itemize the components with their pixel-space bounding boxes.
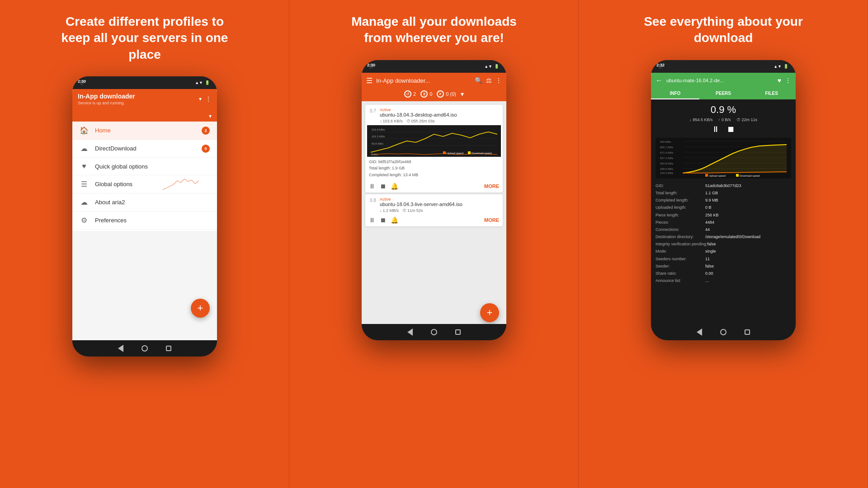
back-button-1[interactable] <box>118 345 123 352</box>
more-icon[interactable]: ⋮ <box>205 95 212 103</box>
tab-peers[interactable]: PEERS <box>699 88 748 99</box>
recents-button-3[interactable] <box>745 329 750 335</box>
wifi-icon: ▲▼ <box>195 80 203 85</box>
panel-1: Create different profiles to keep all yo… <box>0 0 289 488</box>
sidebar-item-about[interactable]: ☁ About aria2 <box>72 193 217 211</box>
downloads-list: 0.7 Active ubuntu-18.04.3-desktop-amd64.… <box>362 101 506 301</box>
more-button-2[interactable]: MORE <box>484 217 499 223</box>
paused-count: 0 <box>429 91 432 97</box>
detail-info-table: GID: 51adc8ab3b077d23 Total length: 1.1 … <box>656 182 791 285</box>
sidebar-item-preferences[interactable]: ⚙ Preferences <box>72 211 217 230</box>
completed-val: 9.9 MB <box>705 197 718 204</box>
completed-key: Completed length: <box>656 197 705 204</box>
info-row-integrity: Integrity verification pending: false <box>656 240 791 248</box>
panel-1-title: Create different profiles to keep all yo… <box>54 14 235 63</box>
integrity-val: false <box>708 240 716 248</box>
detail-graph: 940 KB/s 805.7 KB/s 671.4 KB/s 537.1 KB/… <box>656 138 791 178</box>
detail-upload-speed: ↑ 0 B/s <box>718 117 731 122</box>
more-icon-3[interactable]: ⋮ <box>785 77 791 84</box>
download-stats-2: ↓ 1.2 MB/s ⏱ 11m 52s <box>380 208 498 213</box>
seeders-number-val: 11 <box>705 255 710 263</box>
status-icons-1: ▲▼ 🔋 <box>195 80 210 85</box>
download-percentage: 0.9 % <box>656 104 791 116</box>
list-icon: ☰ <box>80 180 89 188</box>
download-time-2: ⏱ 11m 52s <box>402 208 423 213</box>
detail-controls: ⏸ ⏹ <box>656 125 791 134</box>
filter-chevron-icon[interactable]: ▾ <box>461 90 464 98</box>
bell-button-1[interactable]: 🔔 <box>391 183 398 190</box>
tab-files[interactable]: FILES <box>747 88 796 99</box>
search-icon-2[interactable]: 🔍 <box>475 77 482 84</box>
detail-pause-button[interactable]: ⏸ <box>712 125 720 134</box>
panel-2-title: Manage all your downloads from wherever … <box>344 14 524 47</box>
fab-button-1[interactable]: + <box>191 299 210 318</box>
recents-button-2[interactable] <box>455 329 461 335</box>
filter-stopped[interactable]: ✕ 0 (0) <box>437 90 456 98</box>
home-button-2[interactable] <box>431 329 437 335</box>
fab-button-2[interactable]: + <box>480 303 499 322</box>
panel-3: See everything about your download 2:32 … <box>579 0 868 488</box>
phone-2-top-bar: 2:30 ▲▼ 🔋 <box>362 60 506 73</box>
sidebar-item-global-options[interactable]: ☰ Global options <box>72 175 217 193</box>
back-button-3[interactable] <box>697 328 702 336</box>
clock-icon-2: ⏱ <box>402 208 406 213</box>
downloads-toolbar-title: In-App downloader... <box>376 77 471 84</box>
svg-text:50.6 KB/s: 50.6 KB/s <box>372 142 383 145</box>
favorite-icon[interactable]: ♥ <box>778 77 781 84</box>
detail-toolbar-title: ubuntu-mate-16.04.2-de... <box>666 78 774 83</box>
info-row-announce: Announce list: ... <box>656 277 791 284</box>
panel-2: Manage all your downloads from wherever … <box>289 0 579 488</box>
home-badge: 2 <box>202 127 210 135</box>
info-row-share-ratio: Share ratio: 0.00 <box>656 270 791 277</box>
seeders-number-key: Seeders number: <box>656 255 705 263</box>
svg-rect-26 <box>705 174 708 177</box>
download-rank-1: 0.7 <box>370 108 376 113</box>
expand-icon[interactable]: ▾ <box>209 113 212 119</box>
more-icon-2[interactable]: ⋮ <box>495 77 502 84</box>
hamburger-icon[interactable]: ☰ <box>366 76 373 85</box>
piece-length-val: 256 KB <box>705 211 719 219</box>
total-length-row-1: Total length: 1.9 GB <box>369 165 499 171</box>
stop-button-1[interactable]: ⏹ <box>380 183 386 190</box>
bell-button-2[interactable]: 🔔 <box>391 216 398 224</box>
svg-text:Download speed: Download speed <box>472 152 492 155</box>
down-arrow-icon-2: ↓ <box>380 208 382 213</box>
phone-1-top-bar: 2:30 ▲▼ 🔋 <box>72 76 217 89</box>
sidebar-item-home[interactable]: 🏠 Home 2 <box>72 122 217 140</box>
chevron-down-icon[interactable]: ▾ <box>199 96 202 102</box>
svg-text:Upload speed: Upload speed <box>447 152 463 155</box>
downloads-filter-bar: ↺ 2 ⏸ 0 ✕ 0 (0) ▾ <box>362 89 506 101</box>
pause-button-2[interactable]: ⏸ <box>369 216 375 224</box>
downloads-toolbar: ☰ In-App downloader... 🔍 ⚖ ⋮ <box>362 73 506 89</box>
download-card-2: 0.8 Active ubuntu-18.04.3-live-server-am… <box>365 194 503 226</box>
gear-icon: ⚙ <box>80 216 89 225</box>
download-card-1-actions: ⏸ ⏹ 🔔 MORE <box>365 181 503 192</box>
wifi-icon-3: ▲▼ <box>774 64 782 69</box>
pause-button-1[interactable]: ⏸ <box>369 183 375 190</box>
sidebar-item-directdownload[interactable]: ☁ DirectDownload 0 <box>72 140 217 158</box>
pieces-val: 4484 <box>705 219 714 226</box>
tab-info[interactable]: INFO <box>651 88 699 99</box>
back-button-2[interactable] <box>407 328 413 336</box>
speed-graph-drawer <box>163 173 199 196</box>
pieces-key: Pieces: <box>656 219 705 226</box>
gid-val: 51adc8ab3b077d23 <box>705 182 741 189</box>
filter-paused[interactable]: ⏸ 0 <box>420 90 432 98</box>
download-graph-1: 151.8 KB/s 101.2 KB/s 50.6 KB/s 0 B/s Up… <box>367 125 501 157</box>
phone-1-bottom-nav <box>72 340 217 357</box>
clock-icon: ⏱ <box>406 119 410 123</box>
info-row-seeder: Seeder: false <box>656 263 791 270</box>
home-button-3[interactable] <box>720 329 726 335</box>
home-button-1[interactable] <box>142 345 148 352</box>
clock-icon-3: ⏱ <box>736 117 741 122</box>
back-arrow-icon[interactable]: ← <box>656 76 663 84</box>
stop-button-2[interactable]: ⏹ <box>380 216 386 224</box>
filter-active[interactable]: ↺ 2 <box>404 90 416 98</box>
filter-icon[interactable]: ⚖ <box>486 77 492 84</box>
status-time-1: 2:30 <box>78 79 86 84</box>
recents-button-1[interactable] <box>166 346 171 351</box>
more-button-1[interactable]: MORE <box>484 183 499 189</box>
detail-stop-button[interactable]: ⏹ <box>727 125 735 134</box>
announce-val: ... <box>705 277 709 284</box>
download-name-1: ubuntu-18.04.3-desktop-amd64.iso <box>380 112 498 118</box>
